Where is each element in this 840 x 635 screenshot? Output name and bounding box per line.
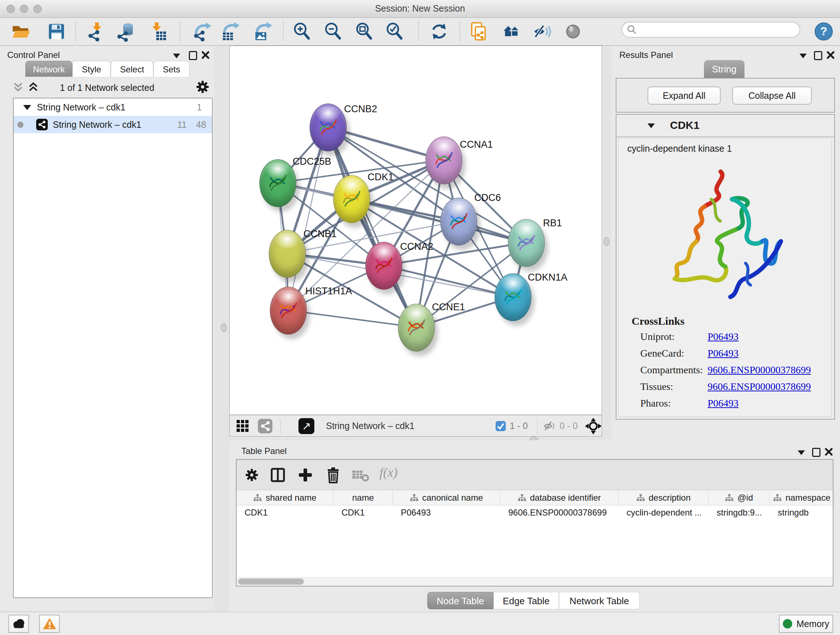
panel-menu-icon[interactable] <box>799 54 807 58</box>
grid-view-icon[interactable] <box>236 420 249 432</box>
warning-icon <box>42 617 57 630</box>
panel-close-icon[interactable] <box>824 448 833 456</box>
network-node-ccnb1[interactable] <box>269 230 306 278</box>
scrollbar-thumb[interactable] <box>238 578 304 585</box>
protein-ribbon-thumbnail <box>373 253 395 279</box>
left-splitter-handle[interactable] <box>221 323 227 332</box>
export-image-icon[interactable] <box>253 21 273 42</box>
table-cell[interactable]: stringdb <box>770 505 834 520</box>
import-network-file-icon[interactable] <box>85 21 106 42</box>
expand-all-button[interactable]: Expand All <box>647 87 721 105</box>
collapse-all-button[interactable]: Collapse All <box>732 87 812 105</box>
tab-node-table[interactable]: Node Table <box>427 592 493 609</box>
column-header-shared-name[interactable]: shared name <box>237 490 333 505</box>
gear-icon[interactable] <box>195 80 210 94</box>
add-column-icon[interactable] <box>297 467 313 483</box>
copy-network-icon[interactable] <box>468 21 488 42</box>
column-header-namespace[interactable]: namespace <box>770 490 834 505</box>
cloud-button[interactable] <box>8 615 29 633</box>
column-header-description[interactable]: description <box>619 490 709 505</box>
zoom-out-icon[interactable] <box>323 21 343 42</box>
column-header-database-identifier[interactable]: database identifier <box>500 490 619 505</box>
network-node-ccna1[interactable] <box>425 136 462 184</box>
network-node-ccne1[interactable] <box>398 304 435 352</box>
panel-close-icon[interactable] <box>826 51 835 59</box>
zoom-fit-icon[interactable] <box>354 21 374 42</box>
warning-button[interactable] <box>39 615 60 633</box>
network-canvas[interactable]: CCNB2CCNA1CDC25BCDK1CDC6RB1CCNB1CCNA2CDK… <box>229 46 602 415</box>
tree-expand-icon[interactable] <box>23 105 31 110</box>
right-splitter-handle[interactable] <box>603 237 609 246</box>
save-session-icon[interactable] <box>46 21 66 42</box>
show-columns-icon[interactable] <box>270 467 286 483</box>
panel-close-icon[interactable] <box>201 51 210 59</box>
tab-string[interactable]: String <box>704 60 745 78</box>
table-cell[interactable]: stringdb:9... <box>709 505 770 520</box>
table-cell[interactable]: CDK1 <box>237 505 333 520</box>
network-node-hist1h1a[interactable] <box>270 287 307 334</box>
panel-float-icon[interactable] <box>189 51 197 60</box>
network-node-cdkn1a[interactable] <box>494 273 531 321</box>
delete-table-icon[interactable] <box>352 469 370 482</box>
tab-network-table[interactable]: Network Table <box>559 592 639 609</box>
network-node-cdc25b[interactable] <box>259 159 296 207</box>
column-tree-icon <box>410 494 418 502</box>
entry-collapse-icon[interactable] <box>647 124 655 128</box>
tab-edge-table[interactable]: Edge Table <box>493 592 559 609</box>
zoom-selected-icon[interactable] <box>384 21 404 42</box>
network-collection-row[interactable]: String Network – cdk1 1 <box>14 98 212 116</box>
houses-icon[interactable] <box>501 21 522 42</box>
column-header--id[interactable]: @id <box>709 490 770 505</box>
network-status-bar: ↗ String Network – cdk1 1 - 0 0 - 0 <box>229 415 602 437</box>
panel-float-icon[interactable] <box>812 448 821 457</box>
network-view-icon[interactable] <box>258 419 272 433</box>
tab-style[interactable]: Style <box>73 61 111 77</box>
network-node-cdk1[interactable] <box>333 175 370 223</box>
crosslink-link[interactable]: P06493 <box>707 331 739 348</box>
birdseye-view-icon[interactable]: ↗ <box>298 418 314 434</box>
network-node-rb1[interactable] <box>508 219 545 267</box>
help-icon[interactable]: ? <box>815 22 835 43</box>
status-separator <box>537 418 538 434</box>
crosslink-link[interactable]: P06493 <box>707 348 739 364</box>
refresh-layout-icon[interactable] <box>429 21 449 42</box>
table-cell[interactable]: P06493 <box>393 505 500 520</box>
network-edge-count: 48 <box>196 119 206 130</box>
import-network-database-icon[interactable] <box>116 21 136 42</box>
export-table-icon[interactable] <box>220 21 240 42</box>
panel-menu-icon[interactable] <box>798 450 805 455</box>
network-row[interactable]: String Network – cdk1 11 48 <box>14 116 212 133</box>
protein-ribbon-thumbnail <box>341 187 363 212</box>
delete-column-trash-icon[interactable] <box>325 466 341 484</box>
column-header-canonical-name[interactable]: canonical name <box>393 490 500 505</box>
table-cell[interactable]: cyclin-dependent ... <box>619 505 709 520</box>
tab-network[interactable]: Network <box>25 61 73 77</box>
crosslink-link[interactable]: 9606.ENSP00000378699 <box>707 364 811 381</box>
panel-float-icon[interactable] <box>814 51 822 60</box>
table-cell[interactable]: CDK1 <box>333 505 393 520</box>
table-settings-gear-icon[interactable] <box>245 468 259 482</box>
tab-select[interactable]: Select <box>111 61 153 77</box>
selected-checkbox-icon[interactable] <box>496 421 506 431</box>
entry-header[interactable]: CDK1 <box>616 115 834 137</box>
open-file-icon[interactable] <box>11 21 31 42</box>
table-cell[interactable]: 9606.ENSP00000378699 <box>500 505 619 520</box>
network-node-ccnb2[interactable] <box>309 103 347 151</box>
pan-crosshair-icon[interactable] <box>585 418 602 434</box>
hidden-eye-icon[interactable] <box>542 420 556 432</box>
search-input[interactable] <box>637 24 790 35</box>
column-header-name[interactable]: name <box>333 490 393 505</box>
graphics-details-icon[interactable] <box>563 21 583 42</box>
tab-sets[interactable]: Sets <box>153 61 189 77</box>
network-node-ccna2[interactable] <box>365 242 402 290</box>
table-row[interactable]: CDK1CDK1P064939606.ENSP00000378699cyclin… <box>237 505 833 520</box>
memory-button[interactable]: Memory <box>779 615 833 633</box>
crosslink-link[interactable]: P06493 <box>707 397 739 414</box>
export-network-icon[interactable] <box>192 21 212 42</box>
crosslink-link[interactable]: 9606.ENSP00000378699 <box>707 381 811 397</box>
import-table-icon[interactable] <box>148 21 168 42</box>
panel-menu-icon[interactable] <box>173 54 180 58</box>
hide-unhide-icon[interactable] <box>532 21 553 42</box>
network-node-cdc6[interactable] <box>440 198 477 245</box>
zoom-in-icon[interactable] <box>292 21 312 42</box>
